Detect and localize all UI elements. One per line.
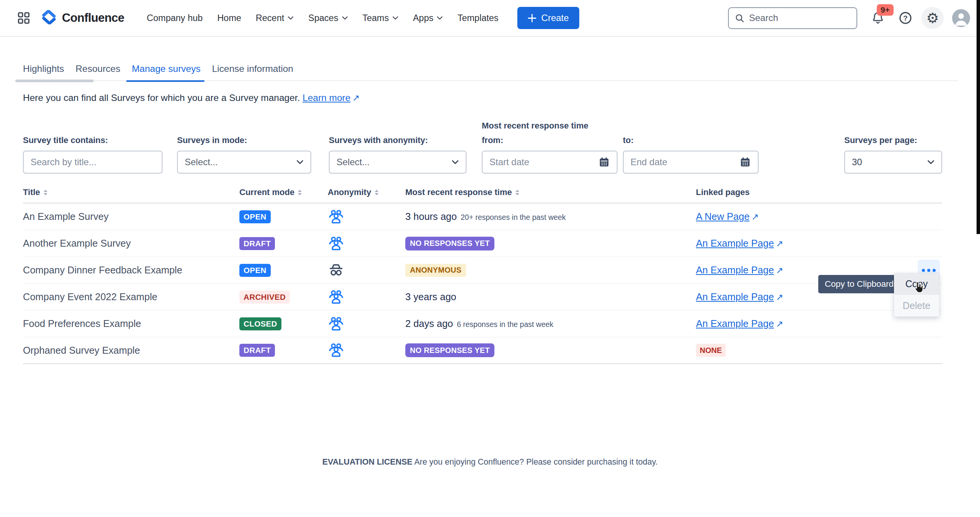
- column-header-linked-pages: Linked pages: [696, 187, 942, 197]
- response-badge: ANONYMOUS: [405, 264, 466, 277]
- tab-highlights[interactable]: Highlights: [23, 63, 70, 81]
- search-input[interactable]: [749, 13, 851, 23]
- anonymity-select[interactable]: Select...: [329, 151, 466, 174]
- notifications-button[interactable]: 9+: [871, 11, 885, 25]
- table-row: Orphaned Survey ExampleDRAFT NO RESPONSE…: [23, 337, 942, 364]
- chevron-down-icon: [342, 16, 348, 20]
- linked-page-link[interactable]: An Example Page: [696, 291, 774, 302]
- row-context-menu: CopyDelete: [894, 273, 939, 317]
- nav-item-home[interactable]: Home: [210, 9, 249, 27]
- title-filter-input[interactable]: [31, 157, 155, 167]
- create-button-label: Create: [541, 13, 569, 23]
- confluence-logo[interactable]: Confluence: [41, 9, 124, 27]
- table-row: Another Example SurveyDRAFT NO RESPONSES…: [23, 230, 942, 257]
- column-header-anonymity[interactable]: Anonymity: [328, 187, 405, 197]
- start-date-placeholder: Start date: [489, 157, 529, 167]
- gear-icon: ⚙: [926, 11, 939, 25]
- linked-pages-cell: A New Page↗: [696, 211, 942, 222]
- learn-more-link[interactable]: Learn more: [302, 93, 350, 103]
- linked-page-link[interactable]: An Example Page: [696, 238, 774, 249]
- chevron-down-icon: [288, 16, 294, 20]
- column-header-label: Most recent response time: [405, 187, 512, 197]
- survey-title: Orphaned Survey Example: [23, 345, 239, 356]
- linked-pages-cell: NONE: [696, 344, 942, 357]
- anonymity-cell: [328, 208, 405, 225]
- nav-item-label: Teams: [362, 13, 389, 23]
- column-header-title[interactable]: Title: [23, 187, 239, 197]
- license-footer: EVALUATION LICENSE Are you enjoying Conf…: [0, 457, 980, 467]
- vertical-scrollbar-thumb[interactable]: [977, 0, 980, 234]
- filter-bar: Survey title contains: Surveys in mode: …: [23, 121, 942, 174]
- app-name: Confluence: [62, 11, 124, 25]
- from-label: from:: [482, 135, 618, 145]
- nav-item-label: Company hub: [147, 13, 203, 23]
- nav-item-spaces[interactable]: Spaces: [301, 9, 355, 27]
- help-button[interactable]: ?: [899, 11, 912, 25]
- linked-page-link[interactable]: A New Page: [696, 211, 749, 222]
- sort-up-arrow: [375, 190, 379, 192]
- response-subtext: 20+ responses in the past week: [461, 213, 566, 221]
- nav-item-recent[interactable]: Recent: [249, 9, 301, 27]
- response-time-group-label: Most recent response time: [482, 121, 759, 135]
- title-filter-field: [23, 151, 163, 174]
- anonymity-cell: [328, 342, 405, 359]
- surveys-table: TitleCurrent modeAnonymityMost recent re…: [23, 187, 942, 364]
- nav-item-company-hub[interactable]: Company hub: [140, 9, 210, 27]
- table-header-row: TitleCurrent modeAnonymityMost recent re…: [23, 187, 942, 203]
- copy-to-clipboard-tooltip: Copy to Clipboard: [818, 275, 900, 293]
- response-subtext: 6 responses in the past week: [457, 320, 554, 328]
- settings-button[interactable]: ⚙: [921, 7, 944, 29]
- mode-badge: DRAFT: [239, 344, 275, 357]
- survey-title: Food Preferences Example: [23, 318, 239, 329]
- table-row: Food Preferences ExampleCLOSED 2 days ag…: [23, 311, 942, 337]
- chevron-down-icon: [437, 16, 443, 20]
- license-footer-strong: EVALUATION LICENSE: [322, 457, 413, 467]
- mode-select[interactable]: Select...: [177, 151, 311, 174]
- response-cell: NO RESPONSES YET: [405, 343, 696, 357]
- filter-title-label: Survey title contains:: [23, 135, 163, 145]
- response-cell: 3 hours ago20+ responses in the past wee…: [405, 211, 696, 222]
- sort-down-arrow: [298, 193, 302, 195]
- sort-icon: [375, 190, 379, 195]
- nav-item-apps[interactable]: Apps: [406, 9, 450, 27]
- main-content: HighlightsResourcesManage surveysLicense…: [0, 63, 980, 364]
- mode-cell: CLOSED: [239, 317, 328, 330]
- nav-item-templates[interactable]: Templates: [450, 9, 505, 27]
- linked-pages-cell: An Example Page↗: [696, 238, 942, 249]
- app-switcher-icon[interactable]: [17, 11, 31, 25]
- nav-item-label: Templates: [457, 13, 498, 23]
- top-nav: Confluence Company hubHomeRecent Spaces …: [0, 0, 980, 37]
- intro-sentence: Here you can find all Surveys for which …: [23, 93, 300, 103]
- per-page-label: Surveys per page:: [844, 135, 942, 145]
- response-time: 2 days ago: [405, 318, 453, 329]
- chevron-down-icon: [392, 16, 398, 20]
- mode-cell: OPEN: [239, 210, 328, 223]
- tab-license-information[interactable]: License information: [206, 63, 299, 81]
- tab-resources[interactable]: Resources: [70, 63, 126, 81]
- nav-item-label: Apps: [413, 13, 434, 23]
- start-date-field[interactable]: Start date: [482, 151, 618, 174]
- column-header-current-mode[interactable]: Current mode: [239, 187, 328, 197]
- sort-icon: [298, 190, 302, 195]
- per-page-select[interactable]: 30: [844, 151, 942, 174]
- chevron-down-icon: [296, 160, 304, 164]
- create-button[interactable]: Create: [517, 7, 579, 29]
- menu-item-copy[interactable]: Copy: [894, 273, 939, 295]
- filter-mode-label: Surveys in mode:: [177, 135, 311, 145]
- linked-page-link[interactable]: An Example Page: [696, 265, 774, 275]
- column-header-label: Linked pages: [696, 187, 750, 197]
- tab-manage-surveys[interactable]: Manage surveys: [126, 63, 206, 81]
- linked-page-link[interactable]: An Example Page: [696, 318, 774, 329]
- end-date-field[interactable]: End date: [623, 151, 759, 174]
- response-cell: 3 years ago: [405, 291, 696, 302]
- filter-per-page: Surveys per page: 30: [844, 121, 942, 174]
- profile-avatar[interactable]: [952, 9, 970, 27]
- external-link-icon: ↗: [776, 319, 783, 329]
- table-row: Company Dinner Feedback ExampleOPEN ANON…: [23, 257, 942, 284]
- mode-cell: DRAFT: [239, 344, 328, 357]
- response-badge: NO RESPONSES YET: [405, 343, 494, 357]
- nav-item-teams[interactable]: Teams: [355, 9, 406, 27]
- column-header-most-recent-response-time[interactable]: Most recent response time: [405, 187, 696, 197]
- global-search[interactable]: [728, 7, 857, 29]
- chevron-down-icon: [452, 160, 459, 164]
